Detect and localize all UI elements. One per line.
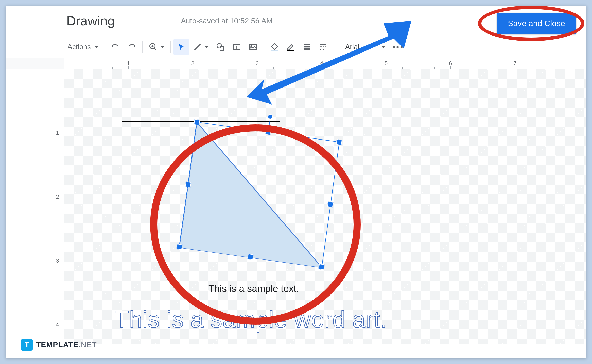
cursor-icon	[177, 42, 186, 51]
separator	[334, 41, 334, 53]
resize-handle-mr[interactable]	[327, 201, 334, 208]
border-dash-button[interactable]	[315, 39, 331, 55]
ruler-mark: 3	[225, 58, 289, 69]
rotation-handle[interactable]	[267, 114, 273, 120]
line-weight-icon	[302, 42, 311, 51]
ruler-mark: 5	[354, 58, 418, 69]
svg-rect-11	[271, 50, 278, 51]
redo-button[interactable]	[124, 39, 140, 55]
select-tool[interactable]	[173, 39, 189, 55]
ruler-area: 1 2 3 4 5 6 7	[6, 58, 586, 69]
resize-handle-ml[interactable]	[185, 181, 191, 188]
undo-button[interactable]	[107, 39, 124, 55]
pencil-icon	[286, 42, 295, 51]
canvas-wrap: 1 2 3 4	[6, 69, 586, 344]
svg-rect-12	[287, 50, 294, 51]
more-options-button[interactable]: •••	[389, 39, 408, 55]
dropdown-caret-icon	[94, 46, 98, 48]
zoom-icon	[149, 42, 158, 51]
actions-menu[interactable]: Actions	[64, 39, 102, 55]
resize-handle-tm[interactable]	[265, 129, 271, 135]
font-family-dropdown[interactable]: Arial	[337, 39, 389, 55]
separator	[264, 41, 264, 53]
fill-color-button[interactable]	[266, 39, 283, 55]
dropdown-caret-icon	[160, 46, 164, 48]
ruler-mark: 2	[56, 194, 59, 200]
horizontal-ruler[interactable]: 1 2 3 4 5 6 7	[64, 58, 586, 69]
resize-handle-bl[interactable]	[176, 244, 183, 250]
word-art-text[interactable]: This is a sample word art.	[115, 306, 387, 333]
font-name-label: Arial	[340, 43, 380, 51]
line-tool[interactable]	[189, 39, 212, 55]
line-dash-icon	[319, 42, 328, 51]
svg-line-1	[154, 48, 156, 50]
separator	[105, 41, 105, 53]
shape-tool[interactable]	[212, 39, 229, 55]
drawing-canvas[interactable]: This is a sample text. This is a sample …	[64, 69, 586, 344]
ruler-mark: 4	[56, 321, 59, 328]
triangle-shape[interactable]	[179, 122, 340, 268]
zoom-button[interactable]	[145, 39, 168, 55]
fill-icon	[270, 42, 279, 51]
autosave-status: Auto-saved at 10:52:56 AM	[181, 16, 273, 25]
watermark: T TEMPLATE.NET	[21, 339, 97, 351]
svg-line-4	[195, 44, 201, 50]
drawing-dialog: Drawing Auto-saved at 10:52:56 AM Save a…	[6, 6, 586, 358]
svg-text:T: T	[235, 45, 238, 50]
svg-marker-19	[179, 122, 340, 268]
ruler-corner	[6, 58, 64, 69]
line-icon	[193, 42, 202, 51]
sample-text-box[interactable]: This is a sample text.	[208, 283, 299, 294]
ruler-mark	[64, 58, 96, 69]
ruler-mark: 1	[56, 130, 59, 136]
toolbar: Actions T	[6, 36, 586, 58]
resize-handle-tl[interactable]	[194, 119, 200, 126]
ruler-mark: 1	[96, 58, 161, 69]
redo-icon	[127, 42, 136, 51]
dropdown-caret-icon	[381, 46, 385, 48]
actions-label: Actions	[67, 43, 93, 51]
dialog-header: Drawing Auto-saved at 10:52:56 AM Save a…	[6, 6, 586, 36]
svg-rect-6	[220, 47, 224, 50]
vertical-ruler[interactable]: 1 2 3 4	[51, 69, 64, 344]
drawn-line[interactable]	[122, 121, 280, 122]
image-tool[interactable]	[245, 39, 261, 55]
more-icon: •••	[392, 42, 404, 52]
dialog-title: Drawing	[66, 13, 115, 28]
ruler-mark: 3	[56, 257, 59, 264]
undo-icon	[111, 42, 120, 51]
border-color-button[interactable]	[283, 39, 299, 55]
shape-icon	[216, 42, 225, 51]
ruler-mark: 7	[483, 58, 547, 69]
dropdown-caret-icon	[205, 46, 209, 48]
image-icon	[248, 42, 257, 51]
resize-handle-bm[interactable]	[247, 254, 254, 260]
save-and-close-button[interactable]: Save and Close	[497, 13, 576, 34]
border-weight-button[interactable]	[299, 39, 315, 55]
separator	[142, 41, 143, 53]
svg-point-5	[217, 44, 221, 48]
textbox-icon: T	[232, 42, 241, 51]
resize-handle-tr[interactable]	[336, 139, 342, 145]
separator	[170, 41, 171, 53]
watermark-icon: T	[21, 339, 33, 351]
watermark-text: TEMPLATE.NET	[36, 340, 97, 349]
textbox-tool[interactable]: T	[229, 39, 245, 55]
ruler-mark: 4	[289, 58, 354, 69]
ruler-mark: 6	[418, 58, 483, 69]
resize-handle-br[interactable]	[318, 264, 325, 270]
ruler-mark: 2	[161, 58, 225, 69]
selection-box[interactable]	[179, 122, 340, 267]
